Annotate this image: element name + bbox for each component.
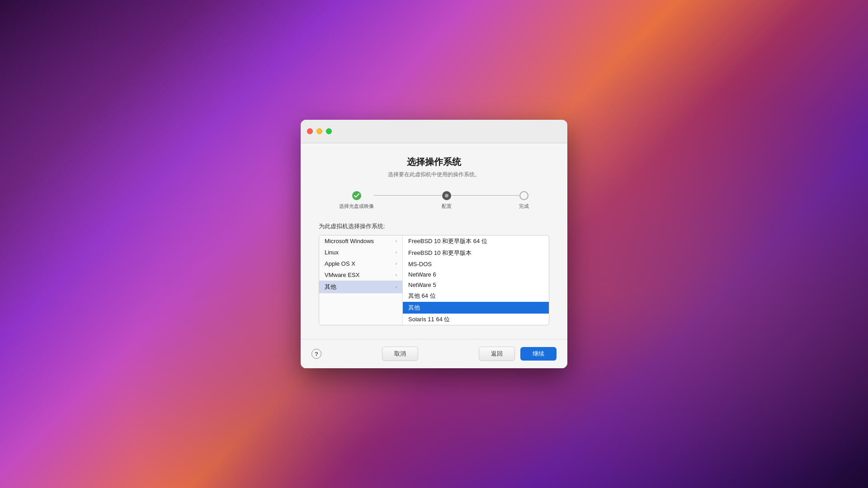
titlebar — [301, 120, 567, 143]
os-right-item-1[interactable]: FreeBSD 10 和更早版本 — [403, 247, 549, 259]
step-3-label: 完成 — [519, 203, 529, 210]
back-button[interactable]: 返回 — [479, 347, 515, 361]
step-1-label: 选择光盘或映像 — [339, 203, 374, 210]
os-left-item-windows[interactable]: Microsoft Windows › — [319, 235, 402, 247]
os-right-item-3[interactable]: NetWare 6 — [403, 269, 549, 280]
arrow-icon: › — [396, 285, 397, 290]
os-selector: Microsoft Windows › Linux › Apple OS X ›… — [319, 235, 549, 325]
footer-right: 返回 继续 — [479, 347, 557, 361]
close-button[interactable] — [307, 128, 313, 134]
os-right-item-0[interactable]: FreeBSD 10 和更早版本 64 位 — [403, 235, 549, 247]
main-dialog: 选择操作系统 选择要在此虚拟机中使用的操作系统。 选择光盘或映像 — [301, 120, 567, 368]
os-right-item-4[interactable]: NetWare 5 — [403, 280, 549, 290]
step-2: 配置 — [442, 191, 452, 210]
footer-center: 取消 — [321, 347, 479, 361]
os-left-item-appleosx[interactable]: Apple OS X › — [319, 258, 402, 269]
os-right-item-7[interactable]: Solaris 11 64 位 — [403, 314, 549, 325]
step-3-circle — [519, 191, 528, 200]
section-label: 为此虚拟机选择操作系统: — [319, 222, 549, 230]
os-right-item-2[interactable]: MS-DOS — [403, 259, 549, 269]
os-left-item-linux[interactable]: Linux › — [319, 247, 402, 258]
step-3: 完成 — [519, 191, 529, 210]
continue-button[interactable]: 继续 — [520, 347, 557, 361]
cancel-button[interactable]: 取消 — [382, 347, 418, 361]
minimize-button[interactable] — [316, 128, 322, 134]
arrow-icon: › — [396, 272, 397, 277]
os-list-right[interactable]: FreeBSD 10 和更早版本 64 位 FreeBSD 10 和更早版本 M… — [403, 235, 549, 325]
arrow-icon: › — [396, 261, 397, 266]
step-2-label: 配置 — [442, 203, 452, 210]
os-left-item-other[interactable]: 其他 › — [319, 281, 402, 293]
step-2-circle — [442, 191, 451, 200]
os-left-item-vmwareesx[interactable]: VMware ESX › — [319, 269, 402, 281]
dialog-title: 选择操作系统 — [319, 156, 549, 168]
arrow-icon: › — [396, 250, 397, 255]
step-1: 选择光盘或映像 — [339, 191, 374, 210]
os-right-item-5[interactable]: 其他 64 位 — [403, 290, 549, 302]
step-connector-2 — [452, 195, 519, 196]
maximize-button[interactable] — [326, 128, 332, 134]
dialog-subtitle: 选择要在此虚拟机中使用的操作系统。 — [319, 171, 549, 178]
progress-bar: 选择光盘或映像 配置 完成 — [319, 191, 549, 210]
progress-steps: 选择光盘或映像 配置 完成 — [339, 191, 529, 210]
traffic-lights — [307, 128, 332, 134]
arrow-icon: › — [396, 239, 397, 244]
dialog-overlay: 选择操作系统 选择要在此虚拟机中使用的操作系统。 选择光盘或映像 — [0, 0, 868, 488]
dialog-content: 选择操作系统 选择要在此虚拟机中使用的操作系统。 选择光盘或映像 — [301, 143, 567, 339]
os-list-left[interactable]: Microsoft Windows › Linux › Apple OS X ›… — [319, 235, 403, 325]
os-right-item-6[interactable]: 其他 — [403, 302, 549, 314]
dialog-footer: ? 取消 返回 继续 — [301, 339, 567, 368]
step-connector-1 — [374, 195, 442, 196]
step-1-circle — [352, 191, 361, 200]
help-button[interactable]: ? — [311, 349, 321, 359]
